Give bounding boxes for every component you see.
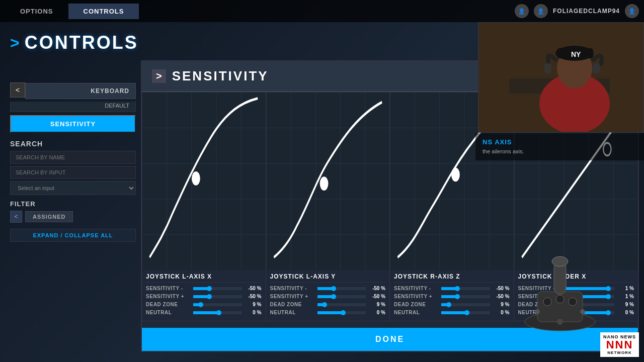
avatar-left: 👤 [515, 4, 529, 18]
slider-track-2-3[interactable] [317, 311, 366, 314]
avatar-right: 👤 [534, 4, 548, 18]
ns-axis-description: the ailerons axis. [482, 148, 637, 155]
sensitivity-button[interactable]: SENSITIVITY [10, 115, 136, 133]
chart-col-1: JOYSTICK L-AXIS X SENSITIVITY - -50 % SE… [142, 92, 266, 321]
svg-point-13 [557, 319, 563, 325]
avatar-user: 👤 [625, 4, 639, 18]
joystick-svg [510, 241, 610, 332]
nnn-letters: NNN [606, 339, 633, 350]
expand-collapse-button[interactable]: EXPAND / COLLAPSE ALL [10, 229, 136, 242]
filter-label: FILTER [10, 200, 136, 208]
username: FOLIAGEDCLAMP94 [553, 8, 620, 15]
chart-info-1: JOYSTICK L-AXIS X SENSITIVITY - -50 % SE… [142, 270, 266, 321]
svg-point-12 [580, 309, 585, 314]
slider-track-2-0[interactable] [317, 287, 366, 290]
slider-row-2-2: DEAD ZONE 9 % [270, 302, 386, 307]
filter-back-button[interactable]: < [10, 211, 22, 223]
keyboard-button[interactable]: KEYBOARD [25, 83, 136, 99]
ns-axis-title: NS AXIS [482, 138, 637, 146]
slider-row-1-2: DEAD ZONE 9 % [146, 302, 262, 307]
network-text: NETWORK [607, 350, 631, 355]
panel-title: SENSITIVITY [172, 68, 269, 84]
joystick-area [475, 231, 644, 342]
top-bar: OPTIONS CONTROLS 👤 👤 FOLIAGEDCLAMP94 👤 [0, 0, 644, 22]
nnn-logo: NANO NEWS NNN NETWORK [600, 332, 639, 357]
chart-info-2: JOYSTICK L-AXIS Y SENSITIVITY - -50 % SE… [266, 270, 390, 321]
slider-row-2-3: NEUTRAL 0 % [270, 310, 386, 315]
chart-col-2: JOYSTICK L-AXIS Y SENSITIVITY - -50 % SE… [266, 92, 390, 321]
search-by-input-input[interactable] [10, 166, 136, 179]
svg-point-2 [452, 168, 459, 181]
svg-point-10 [569, 298, 577, 306]
slider-track-1-3[interactable] [193, 311, 242, 314]
filter-assigned-label: ASSIGNED [25, 211, 73, 222]
slider-row-1-3: NEUTRAL 0 % [146, 310, 262, 315]
svg-rect-22 [593, 63, 600, 73]
svg-point-7 [552, 256, 568, 266]
svg-rect-21 [544, 63, 551, 73]
slider-track-1-0[interactable] [193, 287, 242, 290]
panel-arrow-icon: > [152, 69, 166, 83]
slider-track-2-2[interactable] [317, 303, 366, 306]
slider-track-1-1[interactable] [193, 295, 242, 298]
slider-track-1-2[interactable] [193, 303, 242, 306]
webcam: NY [478, 22, 644, 133]
controls-tab[interactable]: CONTROLS [68, 4, 139, 19]
select-input[interactable]: Select an input [10, 181, 136, 195]
svg-point-8 [543, 298, 551, 306]
svg-point-1 [320, 177, 328, 190]
chart-name-1: JOYSTICK L-AXIS X [146, 273, 262, 283]
svg-point-0 [192, 172, 200, 185]
chart-name-2: JOYSTICK L-AXIS Y [270, 273, 386, 283]
sidebar-back-button[interactable]: < [10, 82, 25, 98]
slider-row-2-0: SENSITIVITY - -50 % [270, 286, 386, 291]
default-label: DEFAULT [10, 102, 136, 112]
controls-title: CONTROLS [25, 32, 138, 53]
svg-point-11 [535, 309, 540, 314]
top-bar-right: 👤 👤 FOLIAGEDCLAMP94 👤 [515, 4, 639, 18]
controls-header: > CONTROLS [10, 22, 138, 58]
filter-row: < ASSIGNED [10, 211, 136, 223]
slider-row-1-1: SENSITIVITY + -50 % [146, 294, 262, 299]
ns-axis-panel: NS AXIS the ailerons axis. [475, 133, 644, 160]
chart-area-1 [142, 92, 266, 270]
svg-point-9 [556, 295, 564, 303]
controls-arrow-icon: > [10, 34, 20, 52]
search-by-name-input[interactable] [10, 151, 136, 164]
chart-area-2 [266, 92, 390, 270]
slider-track-2-1[interactable] [317, 295, 366, 298]
sidebar: < KEYBOARD DEFAULT SENSITIVITY SEARCH Se… [10, 22, 136, 352]
svg-text:NY: NY [571, 50, 581, 58]
search-label: SEARCH [10, 140, 136, 148]
options-tab[interactable]: OPTIONS [5, 4, 68, 19]
slider-row-2-1: SENSITIVITY + -50 % [270, 294, 386, 299]
webcam-background: NY [479, 23, 643, 132]
slider-row-1-0: SENSITIVITY - -50 % [146, 286, 262, 291]
